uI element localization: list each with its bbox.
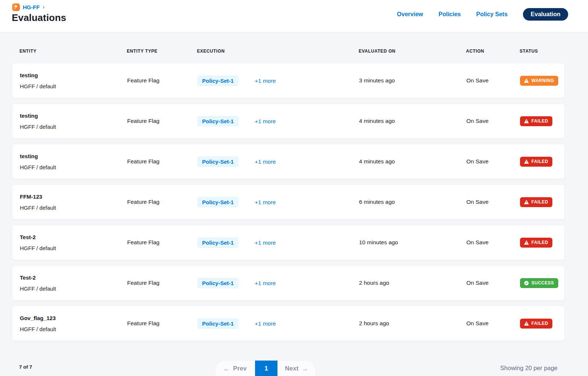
entity-name: Gov_flag_123 bbox=[20, 315, 127, 321]
entity-cell: testing HGFF / default bbox=[20, 72, 127, 89]
entity-scope: HGFF / default bbox=[20, 124, 127, 130]
evaluations-table: ENTITY ENTITY TYPE EXECUTION EVALUATED O… bbox=[0, 49, 588, 341]
status-cell: FAILED bbox=[520, 157, 559, 167]
policy-set-chip[interactable]: Policy-Set-1 bbox=[197, 237, 239, 248]
column-header-entity: ENTITY bbox=[19, 49, 127, 54]
status-badge: WARNING bbox=[520, 76, 558, 86]
status-badge: FAILED bbox=[520, 157, 552, 167]
action: On Save bbox=[466, 77, 520, 84]
action: On Save bbox=[466, 320, 520, 327]
nav-evaluation-active[interactable]: Evaluation bbox=[523, 8, 568, 21]
warning-triangle-icon bbox=[524, 200, 529, 204]
status-badge: FAILED bbox=[520, 116, 552, 126]
execution-cell: Policy-Set-1 +1 more bbox=[197, 278, 359, 288]
action: On Save bbox=[466, 239, 520, 246]
execution-cell: Policy-Set-1 +1 more bbox=[197, 197, 359, 207]
entity-type: Feature Flag bbox=[127, 118, 197, 124]
breadcrumb-project-link[interactable]: HG-FF bbox=[23, 4, 40, 10]
nav-overview[interactable]: Overview bbox=[397, 11, 423, 18]
status-label: FAILED bbox=[531, 321, 548, 326]
warning-triangle-icon bbox=[524, 78, 529, 83]
arrow-left-icon: ← bbox=[223, 366, 230, 372]
entity-scope: HGFF / default bbox=[20, 205, 127, 211]
column-header-status: STATUS bbox=[520, 49, 559, 54]
status-badge: FAILED bbox=[520, 238, 552, 248]
entity-scope: HGFF / default bbox=[20, 164, 127, 170]
entity-name: FFM-123 bbox=[20, 194, 127, 200]
status-label: FAILED bbox=[531, 159, 548, 164]
arrow-right-icon: → bbox=[302, 366, 308, 372]
prev-page-button[interactable]: ← Prev bbox=[215, 361, 255, 376]
evaluated-on: 10 minutes ago bbox=[359, 239, 466, 246]
breadcrumb: HG-FF › bbox=[12, 3, 45, 11]
nav-policy-sets[interactable]: Policy Sets bbox=[476, 11, 508, 18]
status-label: WARNING bbox=[531, 78, 554, 83]
status-cell: FAILED bbox=[520, 116, 559, 126]
more-policy-sets-link[interactable]: +1 more bbox=[255, 280, 276, 286]
table-row[interactable]: testing HGFF / default Feature Flag Poli… bbox=[12, 144, 565, 179]
entity-type: Feature Flag bbox=[127, 239, 197, 246]
entity-scope: HGFF / default bbox=[20, 326, 127, 332]
execution-cell: Policy-Set-1 +1 more bbox=[197, 318, 359, 329]
status-cell: FAILED bbox=[520, 197, 559, 207]
entity-type: Feature Flag bbox=[127, 280, 197, 286]
more-policy-sets-link[interactable]: +1 more bbox=[255, 78, 276, 84]
policy-set-chip[interactable]: Policy-Set-1 bbox=[197, 197, 239, 207]
more-policy-sets-link[interactable]: +1 more bbox=[255, 240, 276, 246]
status-cell: FAILED bbox=[520, 319, 559, 329]
policy-set-chip[interactable]: Policy-Set-1 bbox=[197, 75, 239, 86]
more-policy-sets-link[interactable]: +1 more bbox=[255, 159, 276, 165]
entity-cell: Gov_flag_123 HGFF / default bbox=[20, 315, 127, 332]
evaluated-on: 4 minutes ago bbox=[359, 118, 466, 124]
execution-cell: Policy-Set-1 +1 more bbox=[197, 116, 359, 127]
status-cell: SUCCESS bbox=[520, 278, 559, 288]
warning-triangle-icon bbox=[524, 159, 529, 164]
more-policy-sets-link[interactable]: +1 more bbox=[255, 118, 276, 124]
policy-set-chip[interactable]: Policy-Set-1 bbox=[197, 318, 239, 329]
evaluated-on: 2 hours ago bbox=[359, 320, 466, 327]
table-row[interactable]: testing HGFF / default Feature Flag Poli… bbox=[12, 103, 565, 139]
action: On Save bbox=[466, 199, 520, 205]
warning-triangle-icon bbox=[524, 240, 529, 245]
status-badge: SUCCESS bbox=[520, 278, 558, 288]
table-row[interactable]: Gov_flag_123 HGFF / default Feature Flag… bbox=[12, 306, 565, 341]
entity-cell: Test-2 HGFF / default bbox=[20, 274, 127, 292]
entity-name: Test-2 bbox=[20, 234, 127, 240]
table-row[interactable]: testing HGFF / default Feature Flag Poli… bbox=[12, 63, 565, 98]
entity-cell: Test-2 HGFF / default bbox=[20, 234, 127, 251]
entity-type: Feature Flag bbox=[127, 320, 197, 327]
execution-cell: Policy-Set-1 +1 more bbox=[197, 237, 359, 248]
nav-policies[interactable]: Policies bbox=[438, 11, 460, 18]
next-page-button[interactable]: Next → bbox=[277, 361, 315, 376]
evaluated-on: 3 minutes ago bbox=[359, 77, 466, 84]
status-label: FAILED bbox=[531, 240, 548, 245]
table-header-row: ENTITY ENTITY TYPE EXECUTION EVALUATED O… bbox=[12, 49, 565, 54]
policy-set-chip[interactable]: Policy-Set-1 bbox=[197, 278, 239, 288]
prev-label: Prev bbox=[233, 365, 247, 372]
more-policy-sets-link[interactable]: +1 more bbox=[255, 199, 276, 205]
policy-set-chip[interactable]: Policy-Set-1 bbox=[197, 116, 239, 127]
table-row[interactable]: FFM-123 HGFF / default Feature Flag Poli… bbox=[12, 184, 565, 220]
entity-cell: FFM-123 HGFF / default bbox=[20, 194, 127, 211]
table-row[interactable]: Test-2 HGFF / default Feature Flag Polic… bbox=[12, 265, 565, 301]
policy-set-chip[interactable]: Policy-Set-1 bbox=[197, 156, 239, 167]
entity-scope: HGFF / default bbox=[20, 285, 127, 292]
entity-name: testing bbox=[20, 72, 127, 78]
table-row[interactable]: Test-2 HGFF / default Feature Flag Polic… bbox=[12, 225, 565, 260]
entity-name: testing bbox=[20, 153, 127, 159]
current-page-button[interactable]: 1 bbox=[255, 361, 278, 376]
status-label: FAILED bbox=[531, 199, 548, 205]
more-policy-sets-link[interactable]: +1 more bbox=[255, 320, 276, 327]
entity-cell: testing HGFF / default bbox=[20, 153, 127, 170]
evaluated-on: 4 minutes ago bbox=[359, 158, 466, 165]
entity-type: Feature Flag bbox=[127, 158, 197, 165]
execution-cell: Policy-Set-1 +1 more bbox=[197, 75, 359, 86]
status-cell: FAILED bbox=[520, 238, 559, 248]
page-title: Evaluations bbox=[12, 12, 66, 24]
execution-cell: Policy-Set-1 +1 more bbox=[197, 156, 359, 167]
entity-type: Feature Flag bbox=[127, 199, 197, 205]
evaluated-on: 2 hours ago bbox=[359, 280, 466, 286]
status-label: FAILED bbox=[531, 118, 548, 124]
module-nav: Overview Policies Policy Sets Evaluation bbox=[397, 8, 568, 21]
column-header-evaluated-on: EVALUATED ON bbox=[359, 49, 466, 54]
